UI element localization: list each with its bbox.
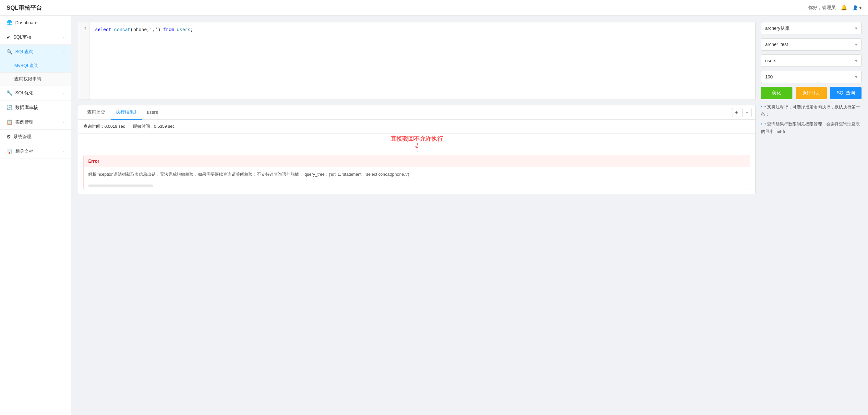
sidebar-item-docs[interactable]: 📊 相关文档 ‹ bbox=[0, 144, 71, 159]
greeting-text: 你好，管理员 bbox=[808, 5, 836, 11]
error-body: 解析inception语法树获取表信息出错，无法完成脱敏校验，如果需要继续查询请… bbox=[84, 167, 750, 182]
chevron-icon: ‹ bbox=[63, 50, 65, 54]
right-panel: archery从库 archery主库 archer_test test inf… bbox=[761, 22, 862, 409]
user-avatar[interactable]: 👤 ▾ bbox=[852, 5, 862, 10]
system-icon: ⚙ bbox=[6, 134, 11, 140]
desensitize-time-label: 脱敏时间：0.5359 sec bbox=[133, 124, 175, 129]
sidebar-sub-item-mysql-query[interactable]: MySQL查询 bbox=[0, 59, 71, 73]
sidebar-item-label: SQL优化 bbox=[15, 90, 33, 96]
chevron-icon: ‹ bbox=[63, 120, 65, 124]
sidebar-item-sql-optimize[interactable]: 🔧 SQL优化 ‹ bbox=[0, 86, 71, 100]
sidebar-item-label: SQL查询 bbox=[15, 49, 33, 55]
instance-icon: 📋 bbox=[6, 119, 13, 125]
user-icon: 👤 bbox=[852, 5, 858, 10]
header-right: 你好，管理员 🔔 👤 ▾ bbox=[808, 4, 862, 11]
header: SQL审核平台 你好，管理员 🔔 👤 ▾ bbox=[0, 0, 868, 15]
desensitize-time-value: 0.5359 sec bbox=[154, 124, 175, 129]
sidebar-item-label: 数据库审核 bbox=[15, 105, 38, 110]
action-buttons: 美化 执行计划 SQL查询 bbox=[761, 87, 862, 99]
sql-optimize-icon: 🔧 bbox=[6, 90, 13, 96]
sidebar-item-label: 系统管理 bbox=[13, 134, 31, 140]
docs-icon: 📊 bbox=[6, 149, 13, 154]
db-instance-select[interactable]: archery从库 archery主库 bbox=[761, 22, 861, 34]
limit-select[interactable]: 100 200 500 1000 bbox=[761, 71, 861, 83]
line-number-1: 1 bbox=[81, 26, 87, 31]
dashboard-icon: 🌐 bbox=[6, 20, 13, 26]
tabs-bar: 查询历史 执行结果1 users + - bbox=[78, 105, 755, 120]
tabs-actions: + - bbox=[732, 108, 751, 117]
tab-users[interactable]: users bbox=[142, 106, 163, 119]
sidebar-item-sql-review[interactable]: ✔ SQL审核 ‹ bbox=[0, 30, 71, 45]
hint-line-1: •• 支持注释行，可选择指定语句执行，默认执行第一条； bbox=[761, 103, 862, 118]
chevron-icon: ‹ bbox=[63, 106, 65, 109]
sub-item-label: MySQL查询 bbox=[14, 63, 39, 68]
sidebar-item-label: Dashboard bbox=[15, 20, 38, 25]
query-time-label: 查询时间：0.0019 sec bbox=[83, 124, 125, 129]
hint-line-2: •• 查询结果行数限制见权限管理，会选择查询涉及表的最小limit值 bbox=[761, 120, 862, 135]
add-tab-button[interactable]: + bbox=[732, 108, 741, 117]
limit-select-wrapper: 100 200 500 1000 bbox=[761, 71, 862, 83]
scrollbar[interactable] bbox=[88, 185, 153, 187]
chevron-icon: ‹ bbox=[63, 35, 65, 39]
chevron-icon: ‹ bbox=[63, 150, 65, 153]
chevron-icon: ‹ bbox=[63, 135, 65, 139]
bell-icon[interactable]: 🔔 bbox=[841, 4, 847, 11]
remove-tab-button[interactable]: - bbox=[742, 108, 751, 117]
tab-history[interactable]: 查询历史 bbox=[82, 105, 111, 120]
user-chevron: ▾ bbox=[859, 5, 862, 10]
db-instance-select-wrapper: archery从库 archery主库 bbox=[761, 22, 862, 34]
sidebar-item-dashboard[interactable]: 🌐 Dashboard bbox=[0, 15, 71, 30]
db-name-select-wrapper: archer_test test information_schema bbox=[761, 38, 862, 51]
sidebar-sub-item-query-auth[interactable]: 查询权限申请 bbox=[0, 73, 71, 86]
table-select-wrapper: users auth_user auth_group bbox=[761, 55, 862, 67]
sql-review-icon: ✔ bbox=[6, 34, 11, 40]
annotation-container: 直接驳回不允许执行 ↙ bbox=[78, 134, 755, 151]
error-header: Error bbox=[84, 155, 750, 167]
results-meta: 查询时间：0.0019 sec 脱敏时间：0.5359 sec bbox=[78, 120, 755, 134]
code-editor[interactable]: 1 select concat(phone,',') from users; bbox=[78, 22, 756, 100]
sql-query-icon: 🔍 bbox=[6, 49, 13, 55]
sidebar-item-label: SQL审核 bbox=[13, 34, 31, 40]
sql-query-button[interactable]: SQL查询 bbox=[830, 87, 862, 99]
main-content: 1 select concat(phone,',') from users; 查… bbox=[71, 15, 868, 415]
sidebar-item-label: 相关文档 bbox=[15, 149, 33, 154]
sidebar-item-system-mgmt[interactable]: ⚙ 系统管理 ‹ bbox=[0, 130, 71, 144]
sidebar: 🌐 Dashboard ✔ SQL审核 ‹ 🔍 SQL查询 ‹ MySQL查询 … bbox=[0, 15, 71, 415]
main-layout: 🌐 Dashboard ✔ SQL审核 ‹ 🔍 SQL查询 ‹ MySQL查询 … bbox=[0, 15, 868, 415]
db-name-select[interactable]: archer_test test information_schema bbox=[761, 39, 861, 50]
hint-bullet-2: • bbox=[761, 122, 763, 126]
results-panel: 查询历史 执行结果1 users + - 查询时间：0.0019 bbox=[78, 105, 756, 194]
error-block: Error 解析inception语法树获取表信息出错，无法完成脱敏校验，如果需… bbox=[83, 155, 750, 190]
query-time-value: 0.0019 sec bbox=[104, 124, 125, 129]
line-numbers: 1 bbox=[78, 22, 90, 99]
app-title: SQL审核平台 bbox=[6, 4, 42, 12]
sub-item-label: 查询权限申请 bbox=[14, 76, 41, 82]
sidebar-item-sql-query[interactable]: 🔍 SQL查询 ‹ bbox=[0, 45, 71, 59]
beautify-button[interactable]: 美化 bbox=[761, 87, 793, 99]
sidebar-item-db-audit[interactable]: 🔄 数据库审核 ‹ bbox=[0, 100, 71, 115]
chevron-icon: ‹ bbox=[63, 91, 65, 95]
hint-bullet-1: • bbox=[761, 104, 763, 109]
sidebar-item-label: 实例管理 bbox=[15, 119, 33, 125]
code-input[interactable]: select concat(phone,',') from users; bbox=[90, 22, 755, 99]
exec-plan-button[interactable]: 执行计划 bbox=[796, 87, 827, 99]
table-select[interactable]: users auth_user auth_group bbox=[761, 55, 861, 66]
hint-text: •• 支持注释行，可选择指定语句执行，默认执行第一条； •• 查询结果行数限制见… bbox=[761, 103, 862, 137]
tab-result1[interactable]: 执行结果1 bbox=[111, 105, 142, 120]
sidebar-item-instance-mgmt[interactable]: 📋 实例管理 ‹ bbox=[0, 115, 71, 130]
editor-panel: 1 select concat(phone,',') from users; 查… bbox=[78, 22, 756, 409]
db-audit-icon: 🔄 bbox=[6, 105, 13, 110]
